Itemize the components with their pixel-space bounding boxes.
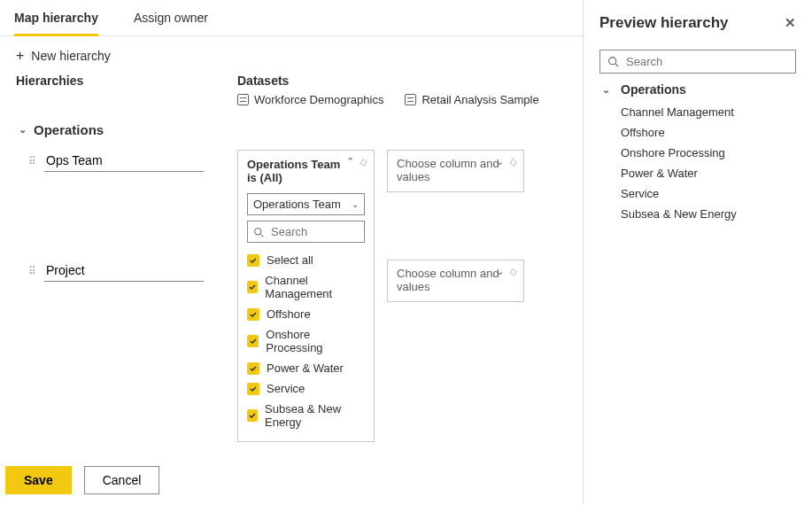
column-select[interactable]: Operations Team ⌄ [247, 193, 365, 215]
footer: Save Cancel [0, 455, 583, 505]
ops-team-config-card: ⌃ ◇ Operations Team is (All) Operations … [237, 150, 375, 442]
tree-item[interactable]: Channel Management [621, 102, 796, 122]
dataset-retail[interactable]: Retail Analysis Sample [405, 93, 538, 106]
hierarchy-operations-toggle[interactable]: ⌄ Operations [16, 122, 567, 137]
value-option[interactable]: Power & Water [247, 358, 365, 378]
option-label: Offshore [267, 307, 311, 321]
collapse-icon[interactable]: ⌃ [346, 156, 354, 167]
hierarchy-name: Operations [34, 122, 104, 137]
select-value: Operations Team [253, 198, 341, 211]
clear-icon[interactable]: ◇ [508, 155, 517, 167]
value-option[interactable]: Select all [247, 250, 365, 270]
choose-column-card[interactable]: ⌄ ◇ Choose column and values [387, 150, 524, 192]
dataset-icon [237, 94, 249, 105]
new-hierarchy-label: New hierarchy [31, 49, 110, 63]
checkbox-icon [247, 383, 259, 395]
tree-item[interactable]: Subsea & New Energy [621, 204, 796, 224]
values-list: Select all Channel Management Offshore O… [247, 250, 365, 432]
tree-item[interactable]: Service [621, 183, 796, 204]
value-option[interactable]: Subsea & New Energy [247, 399, 365, 432]
expand-icon[interactable]: ⌄ [496, 156, 504, 167]
dataset-workforce[interactable]: Workforce Demographics [237, 93, 383, 106]
column-headers: Hierarchies Datasets Workforce Demograph… [0, 70, 583, 112]
svg-line-1 [260, 234, 263, 237]
checkbox-icon [247, 308, 259, 321]
drag-handle-icon[interactable]: ⠿ [28, 155, 35, 167]
card-title: Operations Team [247, 158, 340, 171]
option-label: Channel Management [265, 274, 365, 300]
clear-icon[interactable]: ◇ [508, 265, 517, 277]
search-icon [253, 227, 264, 237]
tab-map-hierarchy[interactable]: Map hierarchy [14, 0, 98, 36]
cancel-button[interactable]: Cancel [84, 466, 160, 494]
tabs: Map hierarchy Assign owner [0, 0, 583, 36]
preview-title: Preview hierarchy [599, 14, 729, 32]
dataset-label: Retail Analysis Sample [421, 93, 538, 106]
checkbox-icon [247, 409, 258, 422]
dataset-label: Workforce Demographics [254, 93, 383, 106]
card-subtitle: is (All) [247, 171, 282, 184]
tree-item[interactable]: Power & Water [621, 163, 796, 183]
tree-root-label: Operations [621, 82, 686, 97]
values-search-input[interactable] [269, 224, 359, 239]
save-button[interactable]: Save [5, 466, 72, 494]
option-label: Service [267, 382, 305, 395]
hierarchies-header: Hierarchies [16, 74, 237, 106]
preview-search[interactable] [599, 50, 796, 74]
choose-column-card[interactable]: ⌄ ◇ Choose column and values [387, 260, 524, 302]
chevron-down-icon: ⌄ [16, 124, 28, 136]
chevron-down-icon: ⌄ [352, 199, 359, 209]
values-search[interactable] [247, 221, 365, 243]
chevron-down-icon: ⌄ [599, 84, 612, 96]
new-hierarchy-button[interactable]: + New hierarchy [0, 36, 583, 70]
plus-icon: + [16, 49, 24, 63]
option-label: Power & Water [267, 361, 344, 375]
option-label: Subsea & New Energy [265, 402, 365, 429]
checkbox-icon [247, 335, 259, 347]
level-input-ops-team[interactable] [44, 150, 204, 172]
checkbox-icon [247, 281, 258, 293]
value-option[interactable]: Onshore Processing [247, 324, 365, 358]
level-input-project[interactable] [44, 260, 204, 282]
drag-handle-icon[interactable]: ⠿ [28, 265, 35, 277]
search-icon [607, 56, 619, 67]
preview-search-input[interactable] [624, 54, 788, 69]
value-option[interactable]: Channel Management [247, 270, 365, 304]
tab-assign-owner[interactable]: Assign owner [134, 0, 208, 35]
value-option[interactable]: Service [247, 378, 365, 399]
checkbox-icon [247, 254, 259, 267]
tree-root-operations[interactable]: ⌄ Operations [599, 82, 796, 97]
tree-item[interactable]: Offshore [621, 122, 796, 143]
option-label: Onshore Processing [266, 328, 365, 354]
checkbox-icon [247, 362, 259, 375]
tree-item[interactable]: Onshore Processing [621, 143, 796, 163]
svg-point-2 [609, 58, 616, 65]
value-option[interactable]: Offshore [247, 304, 365, 324]
svg-point-0 [255, 228, 262, 235]
clear-icon[interactable]: ◇ [359, 155, 367, 167]
datasets-header: Datasets [237, 74, 567, 88]
svg-line-3 [615, 64, 618, 66]
expand-icon[interactable]: ⌄ [496, 266, 504, 277]
dataset-icon [405, 94, 416, 105]
close-icon[interactable]: ✕ [785, 15, 796, 31]
option-label: Select all [267, 253, 313, 267]
